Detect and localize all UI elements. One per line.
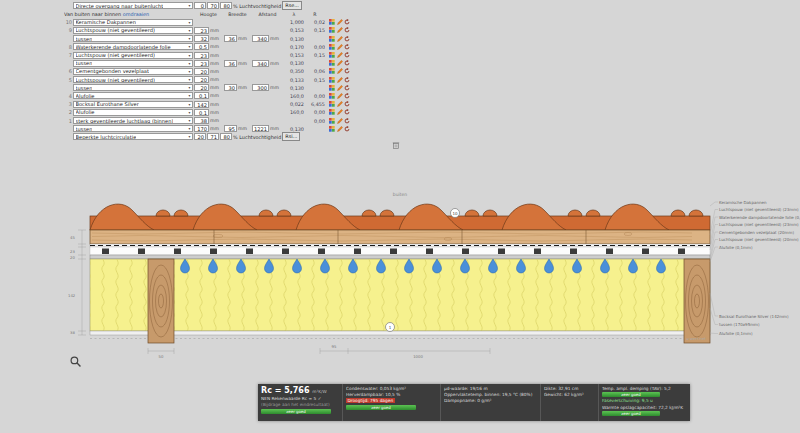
color-palette-icon[interactable] bbox=[329, 77, 335, 83]
thickness-input[interactable]: 23 bbox=[194, 27, 209, 34]
color-palette-icon[interactable] bbox=[329, 109, 335, 115]
thickness-input[interactable]: 32 bbox=[194, 35, 209, 42]
edit-pencil-icon[interactable] bbox=[337, 27, 343, 33]
distance-input[interactable]: 1221 bbox=[252, 125, 269, 132]
outside-field1-input[interactable]: 70 bbox=[207, 2, 219, 9]
trash-icon[interactable] bbox=[392, 141, 400, 149]
rafter-right[interactable] bbox=[684, 259, 710, 343]
thickness-input[interactable]: 0,1 bbox=[194, 109, 209, 116]
material-select[interactable]: Alufolie▾ bbox=[73, 109, 193, 116]
material-select[interactable]: Luchtspouw (niet geventileerd)▾ bbox=[73, 27, 193, 34]
rotate-icon[interactable] bbox=[344, 101, 350, 107]
distance-input[interactable]: 340 bbox=[252, 35, 269, 42]
thickness-input[interactable]: 0,1 bbox=[194, 92, 209, 99]
rotate-icon[interactable] bbox=[344, 85, 350, 91]
color-palette-icon[interactable] bbox=[329, 19, 335, 25]
thickness-input[interactable]: 142 bbox=[194, 101, 209, 108]
inside-boundary-select[interactable]: Beperkte luchtcirculatie▾ bbox=[73, 133, 193, 140]
thickness-input[interactable]: 23 bbox=[194, 60, 209, 67]
color-palette-icon[interactable] bbox=[329, 52, 335, 58]
color-palette-icon[interactable] bbox=[329, 60, 335, 66]
bottom-foil-layer[interactable] bbox=[90, 331, 710, 339]
rotate-icon[interactable] bbox=[344, 77, 350, 83]
rotate-icon[interactable] bbox=[344, 126, 350, 132]
rotate-icon[interactable] bbox=[344, 52, 350, 58]
cement-board-layer[interactable] bbox=[90, 255, 710, 259]
material-select[interactable]: tussen▾ bbox=[73, 60, 193, 67]
tiles-layer[interactable] bbox=[90, 204, 710, 230]
color-palette-icon[interactable] bbox=[329, 93, 335, 99]
color-palette-icon[interactable] bbox=[329, 126, 335, 132]
edit-pencil-icon[interactable] bbox=[337, 68, 343, 74]
material-select[interactable]: Cementgebonden vezelplaat▾ bbox=[73, 68, 193, 75]
material-select[interactable]: Waterkerende dampdoorlatende folie▾ bbox=[73, 43, 193, 50]
width-input[interactable]: 36 bbox=[224, 60, 237, 67]
edit-pencil-icon[interactable] bbox=[337, 85, 343, 91]
rsi-button[interactable]: Rsi... bbox=[282, 132, 300, 141]
edit-pencil-icon[interactable] bbox=[337, 19, 343, 25]
distance-input[interactable]: 300 bbox=[252, 84, 269, 91]
rotate-icon[interactable] bbox=[344, 68, 350, 74]
inside-field1-input[interactable]: 71 bbox=[207, 133, 219, 140]
color-palette-icon[interactable] bbox=[329, 68, 335, 74]
edit-pencil-icon[interactable] bbox=[337, 44, 343, 50]
distance-input[interactable]: 340 bbox=[252, 60, 269, 67]
edit-pencil-icon[interactable] bbox=[337, 36, 343, 42]
thickness-input[interactable]: 0,5 bbox=[194, 43, 209, 50]
rotate-icon[interactable] bbox=[344, 60, 350, 66]
material-select[interactable]: Luchtspouw (niet geventileerd)▾ bbox=[73, 52, 193, 59]
thickness-input[interactable]: 20 bbox=[194, 84, 209, 91]
rafter-left[interactable] bbox=[148, 259, 174, 343]
material-select[interactable]: Keramische Dakpannen▾ bbox=[73, 19, 193, 26]
edit-pencil-icon[interactable] bbox=[337, 60, 343, 66]
rotate-icon[interactable] bbox=[344, 19, 350, 25]
material-select[interactable]: Bocksal Eurothane Silver▾ bbox=[73, 101, 193, 108]
material-select[interactable]: tussen▾ bbox=[73, 35, 193, 42]
zoom-icon[interactable] bbox=[70, 356, 81, 367]
outside-boundary-select[interactable]: Directe overgang naar buitenlucht▾ bbox=[73, 2, 193, 9]
reverse-link[interactable]: omdraaien bbox=[123, 11, 149, 17]
thickness-input[interactable]: 20 bbox=[194, 68, 209, 75]
edit-pencil-icon[interactable] bbox=[337, 77, 343, 83]
membrane-layer[interactable] bbox=[90, 244, 710, 247]
color-palette-icon[interactable] bbox=[329, 44, 335, 50]
material-select[interactable]: tussen▾ bbox=[73, 125, 193, 132]
width-input[interactable]: 30 bbox=[224, 84, 237, 91]
color-palette-icon[interactable] bbox=[329, 36, 335, 42]
material-select[interactable]: Alufolie▾ bbox=[73, 92, 193, 99]
rotate-icon[interactable] bbox=[344, 27, 350, 33]
thickness-input[interactable]: 23 bbox=[194, 52, 209, 59]
rotate-icon[interactable] bbox=[344, 118, 350, 124]
wood-battens-layer[interactable] bbox=[90, 230, 710, 244]
edit-pencil-icon[interactable] bbox=[337, 52, 343, 58]
thickness-input[interactable]: 38 bbox=[194, 117, 209, 124]
edit-pencil-icon[interactable] bbox=[337, 93, 343, 99]
inside-temp-input[interactable]: 20 bbox=[194, 133, 206, 140]
width-input[interactable]: 95 bbox=[224, 125, 237, 132]
outside-humidity-input[interactable]: 80 bbox=[220, 2, 232, 9]
material-select[interactable]: Luchtspouw (niet geventileerd)▾ bbox=[73, 76, 193, 83]
rse-button[interactable]: Rse... bbox=[282, 1, 302, 10]
edit-pencil-icon[interactable] bbox=[337, 126, 343, 132]
rotate-icon[interactable] bbox=[344, 93, 350, 99]
thickness-input[interactable]: 20 bbox=[194, 76, 209, 83]
rotate-icon[interactable] bbox=[344, 109, 350, 115]
svg-text:Luchtspouw (niet geventileerd): Luchtspouw (niet geventileerd) (23mm) bbox=[719, 207, 799, 212]
inside-humidity-input[interactable]: 80 bbox=[220, 133, 232, 140]
counter-battens-layer[interactable] bbox=[90, 247, 710, 255]
construction-drawing[interactable]: buiten bbox=[68, 188, 800, 366]
color-palette-icon[interactable] bbox=[329, 101, 335, 107]
rotate-icon[interactable] bbox=[344, 44, 350, 50]
rotate-icon[interactable] bbox=[344, 36, 350, 42]
color-palette-icon[interactable] bbox=[329, 118, 335, 124]
material-select[interactable]: tussen▾ bbox=[73, 84, 193, 91]
color-palette-icon[interactable] bbox=[329, 85, 335, 91]
edit-pencil-icon[interactable] bbox=[337, 101, 343, 107]
width-input[interactable]: 36 bbox=[224, 35, 237, 42]
material-select[interactable]: sterk geventileerde luchtlaag (binnen)▾ bbox=[73, 117, 193, 124]
edit-pencil-icon[interactable] bbox=[337, 109, 343, 115]
edit-pencil-icon[interactable] bbox=[337, 118, 343, 124]
outside-temp-input[interactable]: 0 bbox=[194, 2, 206, 9]
thickness-input[interactable]: 170 bbox=[194, 125, 209, 132]
color-palette-icon[interactable] bbox=[329, 27, 335, 33]
